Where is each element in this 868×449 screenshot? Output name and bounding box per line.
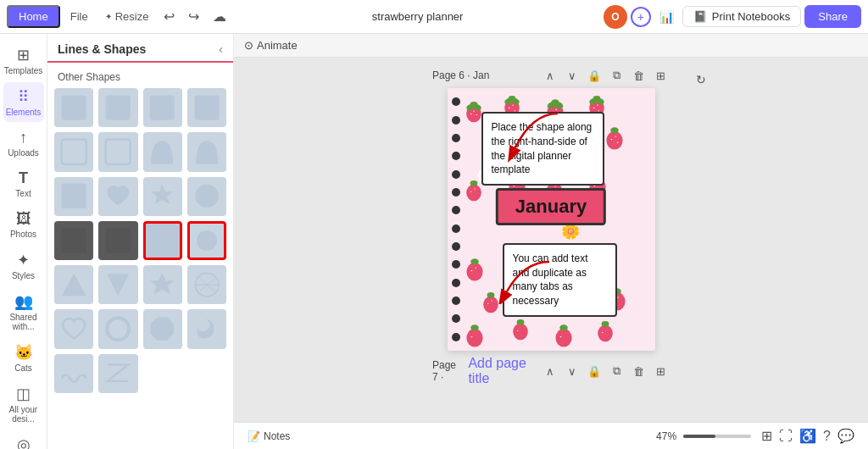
shape-rounded-rect-1[interactable] — [54, 88, 93, 127]
page6-delete-btn[interactable]: 🗑 — [629, 66, 648, 85]
sidebar-item-uploads[interactable]: ↑ Uploads — [3, 124, 44, 163]
shape-octagon[interactable] — [143, 309, 182, 348]
comments-icon[interactable]: 💬 — [837, 428, 854, 444]
shape-rounded-rect-4[interactable] — [187, 88, 226, 127]
shape-rounded-rect-2[interactable] — [98, 88, 137, 127]
home-button[interactable]: Home — [7, 5, 60, 28]
sidebar-item-shared[interactable]: 👥 Shared with... — [3, 287, 44, 336]
shape-badge[interactable] — [143, 177, 182, 216]
shape-rect-outline-2[interactable] — [98, 132, 137, 171]
page6-down-btn[interactable]: ∨ — [563, 66, 581, 85]
shape-chevron-down[interactable] — [98, 265, 137, 304]
resize-button[interactable]: Resize — [98, 7, 156, 26]
svg-point-135 — [466, 329, 482, 347]
add-page-title-link[interactable]: Add page title — [468, 356, 536, 386]
avatar[interactable]: O — [604, 5, 627, 29]
shape-star[interactable] — [143, 265, 182, 304]
sidebar-item-elements[interactable]: ⠿ Elements — [3, 82, 44, 122]
templates-icon: ⊞ — [17, 46, 30, 64]
sidebar-title: Lines & Shapes — [58, 42, 146, 56]
accessibility-icon[interactable]: ♿ — [799, 428, 816, 444]
shape-square-3[interactable] — [54, 177, 93, 216]
refresh-icon[interactable]: ↻ — [696, 73, 706, 86]
page6-more-btn[interactable]: ⊞ — [651, 66, 670, 85]
shape-dark-square-2[interactable] — [98, 221, 137, 260]
page7-delete-btn[interactable]: 🗑 — [629, 362, 648, 380]
shape-rect-outline-1[interactable] — [54, 132, 93, 171]
page7-controls: ∧ ∨ 🔒 ⧉ 🗑 ⊞ — [541, 362, 670, 380]
uploads-label: Uploads — [8, 148, 39, 158]
print-button[interactable]: 📓 Print Notebooks — [682, 6, 802, 27]
shape-rounded-rect-3[interactable] — [143, 88, 182, 127]
allyour-icon: ◫ — [16, 385, 31, 403]
shape-dark-square-1[interactable] — [54, 221, 93, 260]
styles-label: Styles — [12, 271, 35, 280]
shape-arch[interactable] — [143, 132, 182, 171]
svg-rect-3 — [194, 96, 219, 120]
svg-point-87 — [466, 185, 481, 202]
text-icon: T — [19, 169, 28, 187]
sidebar-item-templates[interactable]: ⊞ Templates — [3, 41, 44, 80]
redo-button[interactable]: ↪ — [183, 5, 204, 28]
svg-point-64 — [606, 131, 622, 150]
sidebar-close-button[interactable]: ‹ — [219, 42, 223, 56]
shape-circle-1[interactable] — [187, 177, 226, 216]
sidebar-item-text[interactable]: T Text — [3, 164, 44, 203]
shape-arch-2[interactable] — [187, 132, 226, 171]
page7-more-btn[interactable]: ⊞ — [651, 362, 670, 380]
shape-crescent[interactable] — [187, 309, 226, 348]
shape-heart-outline[interactable] — [54, 309, 93, 348]
sidebar-item-cats[interactable]: 🐱 Cats — [3, 338, 44, 378]
sidebar-item-styles[interactable]: ✦ Styles — [3, 246, 44, 285]
fullscreen-icon[interactable]: ⛶ — [779, 429, 793, 444]
svg-point-46 — [593, 108, 594, 108]
zoom-percentage: 47% — [656, 430, 676, 442]
svg-rect-4 — [62, 140, 86, 164]
shape-wave[interactable] — [54, 354, 93, 393]
add-collaborator-button[interactable]: + — [631, 7, 651, 27]
templates-label: Templates — [4, 66, 43, 75]
animate-button[interactable]: ⊙ Animate — [244, 39, 298, 52]
file-menu[interactable]: File — [64, 7, 95, 26]
arrow-2 — [490, 253, 558, 304]
svg-point-146 — [601, 332, 603, 333]
page6-lock-btn[interactable]: 🔒 — [585, 66, 604, 85]
undo-button[interactable]: ↩ — [159, 5, 180, 28]
shape-heart[interactable] — [98, 177, 137, 216]
document-title[interactable]: strawberry planner — [372, 10, 464, 23]
svg-point-138 — [513, 324, 528, 341]
svg-point-105 — [470, 270, 472, 271]
page7-down-btn[interactable]: ∨ — [563, 362, 581, 380]
notes-button[interactable]: 📝 Notes — [248, 430, 290, 442]
shape-hatched[interactable] — [187, 265, 226, 304]
shape-z[interactable] — [98, 354, 137, 393]
notebook-icon: 📓 — [693, 10, 707, 23]
page7-copy-btn[interactable]: ⧉ — [607, 362, 626, 380]
help-icon[interactable]: ? — [823, 429, 831, 444]
photos-label: Photos — [10, 230, 36, 239]
january-label[interactable]: January — [496, 188, 606, 225]
page7-lock-btn[interactable]: 🔒 — [585, 362, 604, 380]
grid-icon[interactable]: ⊞ — [761, 428, 772, 444]
sidebar-panel: Lines & Shapes ‹ Other Shapes — [47, 34, 234, 449]
sidebar-item-allyour[interactable]: ◫ All your desi... — [3, 380, 44, 429]
shape-dark-rounded[interactable] — [143, 221, 182, 260]
zoom-controls: 47% — [656, 430, 751, 442]
zoom-slider[interactable] — [683, 435, 751, 438]
shared-icon: 👥 — [14, 292, 33, 311]
main-area: ⊞ Templates ⠿ Elements ↑ Uploads T Text … — [0, 34, 868, 449]
page6-up-btn[interactable]: ∧ — [541, 66, 559, 85]
svg-rect-6 — [62, 184, 86, 208]
sidebar-item-photos[interactable]: 🖼 Photos — [3, 205, 44, 244]
svg-point-104 — [470, 258, 479, 264]
share-button[interactable]: Share — [804, 5, 861, 28]
svg-point-27 — [476, 114, 477, 115]
shape-ring[interactable] — [98, 309, 137, 348]
page7-up-btn[interactable]: ∧ — [541, 362, 559, 380]
shape-triangle[interactable] — [54, 265, 93, 304]
svg-point-143 — [559, 336, 561, 337]
page6-copy-btn[interactable]: ⧉ — [607, 66, 626, 85]
sidebar-item-logos[interactable]: ◎ Logos — [3, 430, 44, 449]
shape-circle-selected[interactable] — [187, 221, 226, 260]
photos-icon: 🖼 — [16, 210, 31, 228]
